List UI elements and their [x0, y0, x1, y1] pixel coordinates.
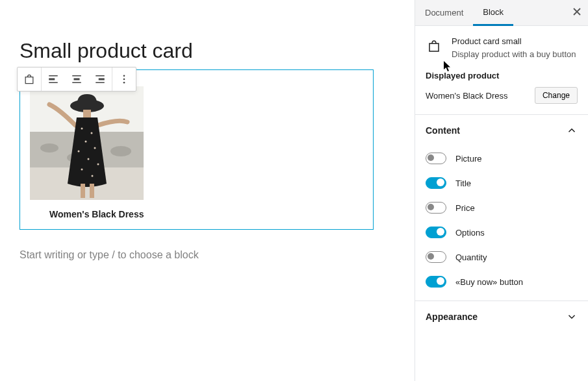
block-info-title: Product card small [452, 36, 578, 46]
block-placeholder[interactable]: Start writing or type / to choose a bloc… [19, 249, 395, 261]
svg-rect-6 [96, 75, 105, 77]
svg-point-20 [81, 128, 83, 130]
displayed-product-value: Women's Black Dress [426, 91, 508, 101]
close-sidebar-button[interactable] [572, 7, 582, 19]
content-panel: Content Picture Title Price Options [415, 114, 588, 301]
tab-document[interactable]: Document [415, 0, 473, 26]
svg-rect-8 [96, 82, 105, 84]
align-center-icon [71, 73, 83, 85]
svg-point-27 [81, 169, 83, 171]
toggle-row-picture: Picture [426, 146, 578, 171]
svg-rect-1 [49, 79, 55, 80]
chevron-up-icon [566, 125, 578, 136]
svg-rect-4 [74, 79, 80, 80]
chevron-down-icon [566, 311, 578, 323]
svg-rect-7 [99, 79, 105, 80]
bag-icon [23, 73, 36, 86]
toggle-title[interactable] [426, 177, 446, 189]
toggle-label-title: Title [455, 178, 471, 188]
align-center-button[interactable] [65, 68, 88, 91]
toggle-label-buy: «Buy now» button [455, 277, 523, 287]
toggle-row-options: Options [426, 220, 578, 245]
toggle-buy-now[interactable] [426, 276, 446, 288]
toggle-label-picture: Picture [455, 154, 481, 164]
inspector-sidebar: Document Block Product card small Displa… [415, 0, 588, 381]
displayed-product-heading: Displayed product [415, 67, 588, 87]
svg-point-25 [88, 158, 90, 160]
svg-point-23 [94, 147, 96, 149]
toggle-options[interactable] [426, 227, 446, 238]
product-image [30, 86, 144, 200]
svg-point-9 [123, 75, 125, 77]
svg-point-14 [40, 143, 58, 153]
block-toolbar [17, 67, 136, 92]
toggle-label-options: Options [455, 228, 485, 238]
align-left-button[interactable] [42, 68, 65, 91]
product-name: Women's Black Dress [49, 209, 357, 219]
appearance-panel: Appearance [415, 301, 588, 332]
toggle-label-price: Price [455, 203, 475, 213]
close-icon [572, 7, 582, 16]
block-type-icon-box [426, 38, 442, 55]
svg-rect-0 [49, 75, 58, 77]
svg-rect-5 [72, 82, 81, 84]
displayed-product-row: Women's Black Dress Change [415, 87, 588, 114]
svg-point-22 [85, 141, 87, 143]
product-card-block[interactable]: Women's Black Dress [19, 69, 374, 230]
page-title[interactable]: Small product card [19, 39, 395, 63]
toggle-row-price: Price [426, 195, 578, 220]
more-options-button[interactable] [112, 68, 136, 91]
svg-point-11 [123, 82, 125, 84]
toggle-quantity[interactable] [426, 251, 446, 263]
appearance-panel-header[interactable]: Appearance [415, 301, 588, 332]
toggle-row-quantity: Quantity [426, 245, 578, 269]
block-info-description: Display product with a buy button [452, 49, 578, 60]
svg-point-24 [78, 151, 80, 153]
align-right-button[interactable] [88, 68, 112, 91]
sidebar-tabs: Document Block [415, 0, 588, 26]
align-left-icon [47, 73, 59, 85]
content-panel-title: Content [426, 125, 460, 136]
svg-rect-29 [81, 184, 85, 198]
svg-point-26 [97, 164, 99, 166]
svg-point-10 [123, 79, 125, 80]
block-info: Product card small Display product with … [415, 26, 588, 67]
block-type-button[interactable] [18, 68, 41, 91]
editor-canvas: Small product card [0, 0, 415, 381]
svg-point-21 [91, 132, 93, 134]
toggle-price[interactable] [426, 202, 446, 214]
more-vertical-icon [118, 73, 130, 85]
tab-block[interactable]: Block [473, 0, 513, 26]
toggle-picture[interactable] [426, 153, 446, 164]
toggle-label-quantity: Quantity [455, 252, 487, 262]
toggle-row-title: Title [426, 171, 578, 195]
svg-point-28 [92, 175, 94, 177]
bag-icon [426, 38, 442, 54]
change-product-button[interactable]: Change [535, 87, 578, 104]
svg-rect-19 [83, 110, 91, 117]
svg-point-16 [110, 146, 131, 156]
content-panel-header[interactable]: Content [415, 115, 588, 146]
toggle-row-buy: «Buy now» button [426, 269, 578, 294]
svg-rect-3 [72, 75, 81, 77]
appearance-panel-title: Appearance [426, 312, 478, 322]
align-right-icon [94, 73, 106, 85]
svg-rect-2 [49, 82, 58, 84]
svg-rect-30 [90, 184, 94, 198]
